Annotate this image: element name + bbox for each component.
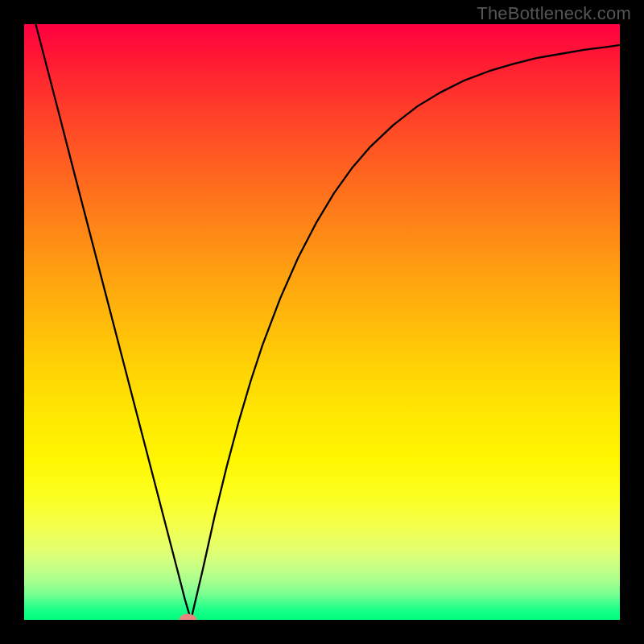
- chart-svg: [24, 24, 620, 620]
- min-point-marker: [179, 614, 196, 620]
- watermark-text: TheBottleneck.com: [477, 3, 631, 24]
- plot-gradient-area: [24, 24, 620, 620]
- bottleneck-curve: [24, 24, 620, 620]
- chart-frame: TheBottleneck.com: [0, 0, 644, 644]
